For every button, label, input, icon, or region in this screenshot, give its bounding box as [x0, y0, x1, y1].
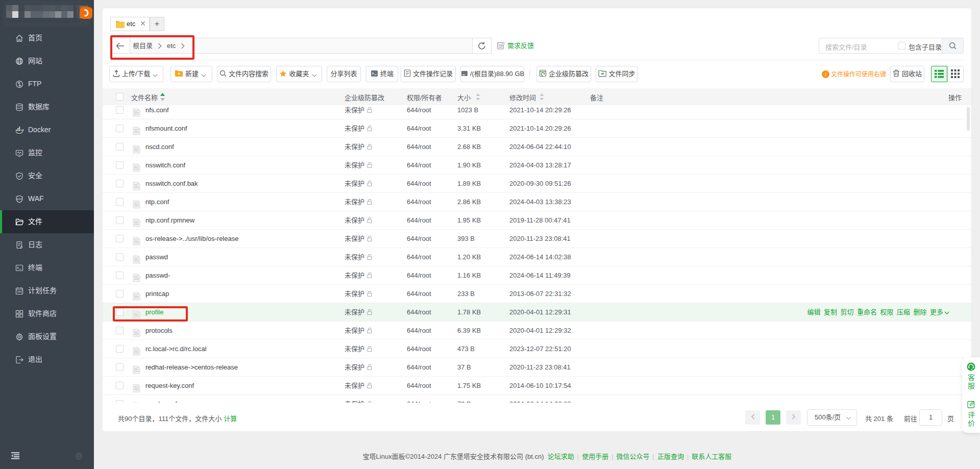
svg-text:WAF: WAF	[16, 198, 23, 201]
